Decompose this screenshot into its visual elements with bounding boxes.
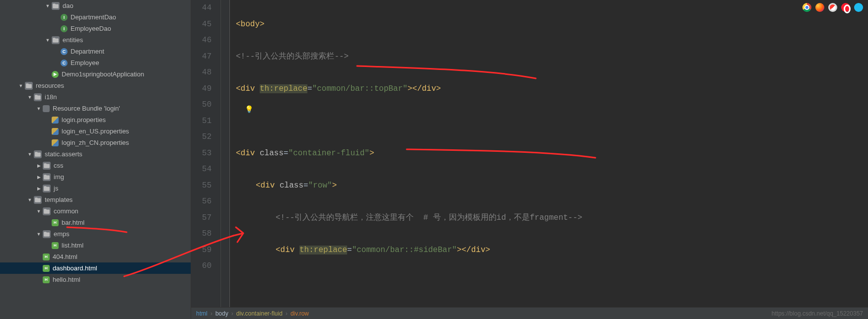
tree-item[interactable]: ▶CEmployee <box>0 57 191 68</box>
tree-arrow-icon[interactable]: ▼ <box>27 197 33 202</box>
breadcrumb-bar: html › body › div.container-fluid › div.… <box>191 307 868 319</box>
tree-item[interactable]: ▶CDepartment <box>0 46 191 57</box>
chevron-right-icon: › <box>286 310 288 317</box>
line-number: 50 <box>191 97 212 113</box>
line-number: 55 <box>191 178 212 194</box>
bundle-icon <box>43 105 50 112</box>
breadcrumb-item[interactable]: div.container-fluid <box>236 310 283 317</box>
tree-item[interactable]: ▶login_en_US.properties <box>0 126 191 137</box>
tree-item[interactable]: ▼static.asserts <box>0 148 191 160</box>
tree-item[interactable]: ▼entities <box>0 34 191 46</box>
tree-arrow-icon[interactable]: ▶ <box>36 175 42 180</box>
chrome-icon[interactable] <box>802 3 811 12</box>
tree-arrow-icon[interactable]: ▼ <box>27 152 33 157</box>
tree-item-label: resources <box>35 82 64 89</box>
tree-item-label: dao <box>62 2 73 9</box>
code-token: <div <box>236 149 260 158</box>
tree-item-label: emps <box>53 230 70 238</box>
html-icon: H <box>43 265 50 272</box>
tree-arrow-icon[interactable]: ▼ <box>45 3 51 8</box>
code-content[interactable]: <body> <!--引入公共的头部搜索栏--> <div th:replace… <box>230 0 868 307</box>
tree-arrow-icon[interactable]: ▼ <box>18 83 24 88</box>
code-token: th:replace <box>260 84 307 93</box>
breadcrumb-item[interactable]: html <box>196 310 208 317</box>
tree-arrow-icon[interactable]: ▼ <box>27 95 33 100</box>
html-icon: H <box>43 254 50 260</box>
tree-item[interactable]: ▶Hlist.html <box>0 240 191 251</box>
code-token: "common/bar::topBar" <box>312 84 408 93</box>
tree-item[interactable]: ▶login_zh_CN.properties <box>0 137 191 148</box>
chevron-right-icon: › <box>211 310 213 317</box>
folder-icon <box>25 82 33 90</box>
tree-item-label: login_en_US.properties <box>61 128 129 135</box>
line-number: 49 <box>191 81 212 97</box>
tree-arrow-icon[interactable]: ▼ <box>36 209 42 214</box>
folder-icon <box>34 93 42 101</box>
tree-item-label: templates <box>44 196 72 203</box>
code-token: ></div> <box>408 84 441 93</box>
tree-item[interactable]: ▼templates <box>0 194 191 205</box>
tree-item[interactable]: ▶Hbar.html <box>0 217 191 228</box>
breadcrumb[interactable]: html › body › div.container-fluid › div.… <box>196 310 309 317</box>
line-gutter: 4445464748495051525354555657585960 <box>191 0 221 307</box>
breadcrumb-item[interactable]: body <box>216 310 228 317</box>
code-token: = <box>284 149 289 158</box>
folder-icon <box>43 230 51 238</box>
code-area[interactable]: 4445464748495051525354555657585960 💡 <bo… <box>191 0 868 307</box>
tree-item-label: js <box>53 185 58 192</box>
line-number: 47 <box>191 49 212 65</box>
tree-arrow-icon[interactable]: ▶ <box>36 186 42 191</box>
tree-arrow-icon[interactable]: ▼ <box>45 38 51 43</box>
html-icon: H <box>43 276 50 283</box>
tree-item[interactable]: ▶css <box>0 160 191 171</box>
tree-arrow-icon[interactable]: ▼ <box>36 232 42 237</box>
tree-item[interactable]: ▶H404.html <box>0 251 191 262</box>
tree-item[interactable]: ▶Hhello.html <box>0 274 191 285</box>
tree-item-label: login_zh_CN.properties <box>61 139 129 146</box>
interface-icon: I <box>61 14 68 21</box>
code-token: th:replace <box>299 246 347 255</box>
code-editor: 4445464748495051525354555657585960 💡 <bo… <box>191 0 868 319</box>
tree-item[interactable]: ▼dao <box>0 0 191 11</box>
html-icon: H <box>52 219 59 226</box>
tree-item[interactable]: ▶login.properties <box>0 114 191 126</box>
code-token: <div <box>256 181 280 190</box>
tree-item-label: Resource Bundle 'login' <box>52 105 120 112</box>
tree-item[interactable]: ▼i18n <box>0 91 191 103</box>
watermark-text: https://blog.csdn.net/qq_15220357 <box>772 310 863 317</box>
tree-item-label: i18n <box>44 93 57 101</box>
tree-item[interactable]: ▶▶Demo1springbootApplication <box>0 68 191 80</box>
safari-icon[interactable] <box>828 3 837 12</box>
firefox-icon[interactable] <box>815 3 824 12</box>
line-number: 58 <box>191 226 212 242</box>
tree-arrow-icon[interactable]: ▼ <box>36 106 42 111</box>
props-icon <box>52 117 59 124</box>
tree-item[interactable]: ▼emps <box>0 228 191 240</box>
code-token: ></div> <box>457 246 490 255</box>
opera-icon[interactable] <box>841 3 850 12</box>
tree-item[interactable]: ▼Resource Bundle 'login' <box>0 103 191 114</box>
tree-item[interactable]: ▼resources <box>0 80 191 91</box>
breadcrumb-item[interactable]: div.row <box>290 310 309 317</box>
tree-item-label: list.html <box>61 242 83 249</box>
tree-item[interactable]: ▶img <box>0 171 191 183</box>
tree-item[interactable]: ▶IDepartmentDao <box>0 11 191 23</box>
folder-icon <box>34 196 42 204</box>
tree-item[interactable]: ▼common <box>0 205 191 217</box>
folder-icon <box>43 207 51 215</box>
tree-item-label: Employee <box>70 59 99 66</box>
tree-item-label: 404.html <box>52 253 77 260</box>
tree-item-label: common <box>53 207 78 215</box>
project-tree[interactable]: ▼dao▶IDepartmentDao▶IEmployeeDao▼entitie… <box>0 0 191 285</box>
folder-icon <box>43 185 51 192</box>
tree-item[interactable]: ▶Hdashboard.html <box>0 262 191 274</box>
tree-arrow-icon[interactable]: ▶ <box>36 163 42 168</box>
folder-icon <box>52 2 60 10</box>
tree-item[interactable]: ▶js <box>0 183 191 194</box>
fold-strip[interactable]: 💡 <box>221 0 230 307</box>
tree-item[interactable]: ▶IEmployeeDao <box>0 23 191 34</box>
line-number: 52 <box>191 129 212 145</box>
ie-icon[interactable] <box>854 3 863 12</box>
code-token: "container-fluid" <box>289 149 369 158</box>
tree-item-label: dashboard.html <box>52 264 97 272</box>
